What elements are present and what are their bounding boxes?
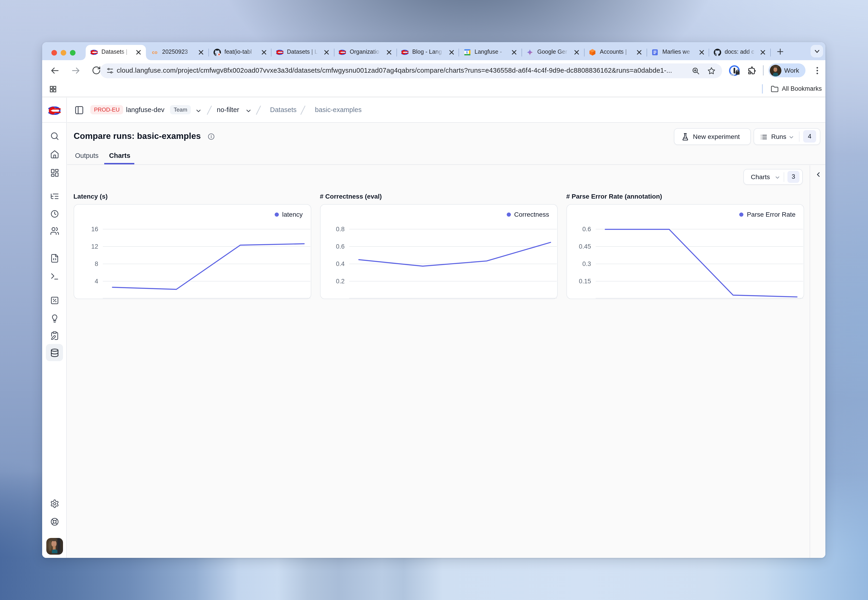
- svg-text:0.2: 0.2: [335, 278, 344, 285]
- svg-text:16: 16: [91, 226, 98, 233]
- svg-text:8: 8: [94, 261, 98, 267]
- svg-text:0.8: 0.8: [335, 226, 344, 233]
- svg-text:0.3: 0.3: [582, 261, 591, 267]
- svg-text:0.4: 0.4: [335, 261, 344, 267]
- svg-text:6: 6: [466, 50, 468, 54]
- svg-text:0.45: 0.45: [578, 243, 591, 250]
- svg-text:0.6: 0.6: [582, 226, 591, 233]
- svg-text:co: co: [152, 50, 157, 55]
- svg-text:12: 12: [91, 243, 98, 250]
- svg-text:0.15: 0.15: [578, 278, 591, 285]
- svg-text:0.6: 0.6: [335, 243, 344, 250]
- svg-text:4: 4: [94, 278, 98, 285]
